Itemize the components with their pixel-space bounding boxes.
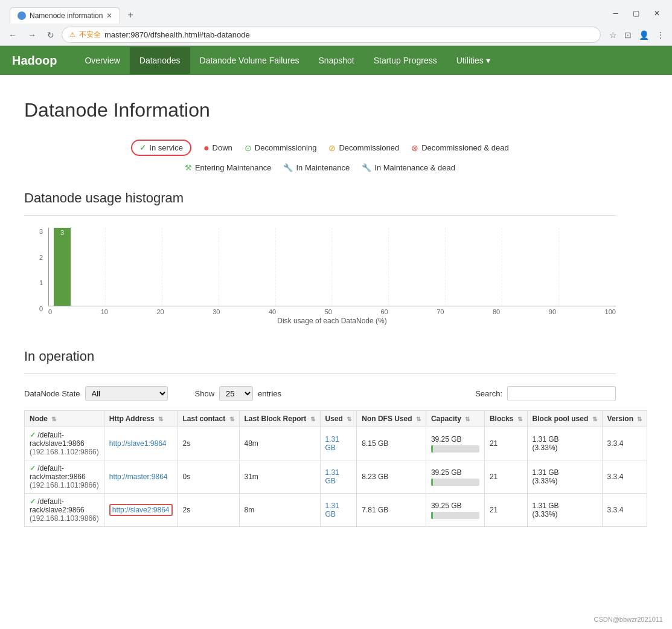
cell-blocks: 21	[484, 494, 527, 527]
forward-button[interactable]: →	[24, 28, 40, 42]
col-last-contact[interactable]: Last contact ⇅	[178, 411, 239, 427]
node-check-icon: ✓	[30, 497, 36, 506]
cell-non-dfs-used: 8.23 GB	[357, 460, 426, 494]
sort-non-dfs-icon: ⇅	[416, 416, 421, 422]
capacity-bar	[431, 479, 479, 486]
browser-tab[interactable]: Namenode information ✕	[10, 7, 120, 24]
cell-capacity: 39.25 GB	[426, 460, 484, 494]
capacity-fill	[431, 479, 433, 486]
profile-button[interactable]: 👤	[636, 28, 651, 42]
cell-last-contact: 2s	[178, 494, 239, 527]
cell-last-contact: 0s	[178, 460, 239, 494]
capacity-text: 39.25 GB	[431, 468, 479, 477]
tab-favicon	[18, 11, 26, 20]
state-label: DataNode State	[24, 389, 80, 398]
decommissioning-label: Decommissioning	[255, 143, 317, 152]
minimize-button[interactable]: ─	[606, 4, 626, 22]
cell-version: 3.3.4	[602, 427, 647, 460]
table-body: ✓ /default-rack/slave1:9866(192.168.1.10…	[25, 427, 647, 527]
node-name: /default-rack/slave1:9866(192.168.1.102:…	[30, 431, 99, 456]
maximize-button[interactable]: ▢	[626, 4, 647, 22]
nav-utilities[interactable]: Utilities ▾	[447, 47, 500, 74]
table-header-row: Node ⇅ Http Address ⇅ Last contact ⇅ Las…	[25, 411, 647, 427]
cell-http: http://slave1:9864	[104, 427, 178, 460]
x-label-70: 70	[437, 308, 444, 315]
histogram-bar: 3	[54, 228, 71, 306]
col-block-pool-used[interactable]: Block pool used ⇅	[527, 411, 602, 427]
show-select[interactable]: 10 25 50 100	[219, 386, 253, 401]
cell-last-contact: 2s	[178, 427, 239, 460]
decommissioned-icon: ⊘	[328, 143, 336, 153]
back-button[interactable]: ←	[5, 28, 21, 42]
nav-overview[interactable]: Overview	[75, 47, 129, 74]
extensions-button[interactable]: ⊡	[622, 28, 634, 42]
in-maintenance-icon: 🔧	[283, 163, 293, 172]
x-label-60: 60	[380, 308, 388, 315]
nav-startup-progress[interactable]: Startup Progress	[364, 47, 447, 74]
http-link[interactable]: http://slave1:9864	[109, 439, 167, 448]
x-label-0: 0	[48, 308, 52, 315]
page-title: Datanode Information	[24, 99, 616, 121]
filter-in-service[interactable]: ✓ In service	[131, 140, 191, 156]
menu-button[interactable]: ⋮	[654, 28, 667, 42]
decommissioned-dead-label: Decommissioned & dead	[421, 143, 509, 152]
sort-contact-icon: ⇅	[229, 416, 234, 422]
cell-node: ✓ /default-rack/slave2:9866(192.168.1.10…	[25, 494, 104, 527]
col-last-block-report[interactable]: Last Block Report ⇅	[239, 411, 320, 427]
filter-in-maintenance-dead[interactable]: 🔧 In Maintenance & dead	[362, 163, 455, 172]
x-label-20: 20	[156, 308, 164, 315]
table-row: ✓ /default-rack/master:9866(192.168.1.10…	[25, 460, 647, 494]
nav-datanode-volume-failures[interactable]: Datanode Volume Failures	[190, 47, 309, 74]
col-non-dfs-used[interactable]: Non DFS Used ⇅	[357, 411, 426, 427]
close-button[interactable]: ✕	[647, 4, 667, 22]
col-node[interactable]: Node ⇅	[25, 411, 104, 427]
cell-non-dfs-used: 7.81 GB	[357, 494, 426, 527]
filter-decommissioned-dead[interactable]: ⊗ Decommissioned & dead	[411, 140, 509, 156]
main-content: Datanode Information ✓ In service ● Down…	[0, 75, 640, 539]
decommissioned-dead-icon: ⊗	[411, 143, 418, 153]
tab-close-button[interactable]: ✕	[106, 11, 112, 20]
search-input[interactable]	[507, 386, 616, 401]
sort-block-report-icon: ⇅	[310, 416, 315, 422]
x-label-90: 90	[549, 308, 556, 315]
refresh-button[interactable]: ↻	[43, 28, 58, 42]
hadoop-navbar: Hadoop Overview Datanodes Datanode Volum…	[0, 46, 672, 75]
col-capacity[interactable]: Capacity ⇅	[426, 411, 484, 427]
histogram-bar-value: 3	[60, 228, 64, 236]
col-blocks[interactable]: Blocks ⇅	[484, 411, 527, 427]
sort-http-icon: ⇅	[158, 416, 163, 422]
sort-pool-icon: ⇅	[592, 416, 597, 422]
filter-entering-maintenance[interactable]: ⚒ Entering Maintenance	[185, 163, 271, 172]
col-used[interactable]: Used ⇅	[320, 411, 357, 427]
col-version[interactable]: Version ⇅	[602, 411, 647, 427]
state-select[interactable]: All In Service Down Decommissioning Deco…	[85, 386, 168, 401]
filter-down[interactable]: ● Down	[203, 140, 232, 156]
new-tab-button[interactable]: +	[123, 6, 138, 24]
cell-last-block-report: 48m	[239, 427, 320, 460]
sort-node-icon: ⇅	[51, 416, 56, 422]
histogram-xlabel: Disk usage of each DataNode (%)	[48, 317, 616, 325]
in-operation-divider	[24, 373, 616, 374]
sort-used-icon: ⇅	[347, 416, 351, 422]
http-link[interactable]: http://master:9864	[109, 473, 168, 481]
capacity-fill	[431, 512, 433, 519]
col-http[interactable]: Http Address ⇅	[104, 411, 178, 427]
in-service-icon: ✓	[139, 143, 146, 152]
nav-datanodes[interactable]: Datanodes	[130, 47, 190, 74]
nav-snapshot[interactable]: Snapshot	[309, 47, 364, 74]
security-label: 不安全	[79, 30, 101, 40]
cell-block-pool-used: 1.31 GB(3.33%)	[527, 460, 602, 494]
cell-blocks: 21	[484, 427, 527, 460]
node-name: /default-rack/slave2:9866(192.168.1.103:…	[30, 497, 99, 523]
filter-decommissioned[interactable]: ⊘ Decommissioned	[328, 140, 399, 156]
cell-http: http://slave2:9864	[104, 494, 178, 527]
entering-maintenance-label: Entering Maintenance	[195, 163, 271, 172]
filter-decommissioning[interactable]: ⊙ Decommissioning	[245, 140, 317, 156]
bookmark-button[interactable]: ☆	[607, 28, 619, 42]
filter-in-maintenance[interactable]: 🔧 In Maintenance	[283, 163, 350, 172]
address-bar[interactable]: ⚠ 不安全 master:9870/dfshealth.html#tab-dat…	[62, 27, 601, 43]
http-link[interactable]: http://slave2:9864	[109, 504, 173, 516]
cell-node: ✓ /default-rack/slave1:9866(192.168.1.10…	[25, 427, 104, 460]
x-label-10: 10	[101, 308, 108, 315]
table-row: ✓ /default-rack/slave2:9866(192.168.1.10…	[25, 494, 647, 527]
